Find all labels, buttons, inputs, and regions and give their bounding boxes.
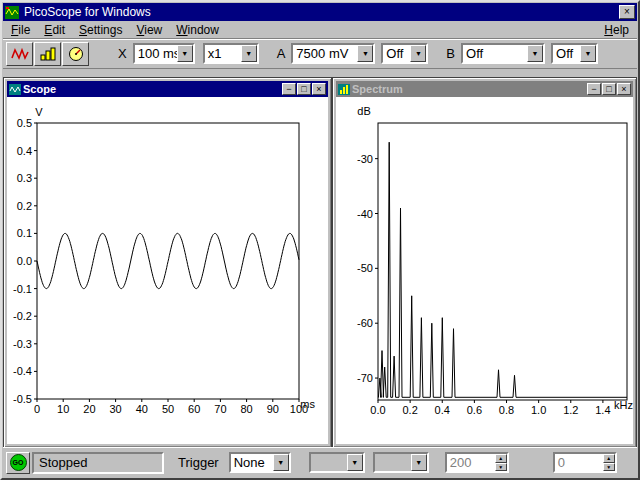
channel-a-mode-select[interactable]: Off ▼	[381, 43, 428, 64]
svg-text:-0.1: -0.1	[13, 283, 32, 295]
dropdown-arrow-icon[interactable]: ▼	[580, 45, 596, 62]
scope-window-icon	[9, 84, 21, 95]
menu-edit[interactable]: Edit	[37, 22, 72, 38]
svg-text:-40: -40	[357, 208, 373, 220]
dropdown-arrow-icon: ▼	[347, 454, 363, 471]
channel-b-range-select[interactable]: Off ▼	[461, 43, 545, 64]
svg-text:0.1: 0.1	[17, 227, 32, 239]
toolbar: X 100 ms ▼ x1 ▼ A 7500 mV ▼ Off ▼ B Off …	[3, 38, 637, 68]
app-icon	[5, 6, 19, 19]
svg-text:1.0: 1.0	[531, 404, 546, 416]
trigger-threshold-field[interactable]: 200 ▲ ▼	[445, 452, 509, 473]
svg-text:-0.4: -0.4	[13, 365, 32, 377]
svg-text:ms: ms	[300, 398, 315, 410]
mdi-area: Scope − □ × 01020304050607080901000.50.4…	[3, 68, 637, 447]
svg-text:-0.2: -0.2	[13, 310, 32, 322]
status-panel: Stopped	[32, 452, 164, 474]
menu-file[interactable]: File	[4, 22, 37, 38]
spectrum-window-titlebar[interactable]: Spectrum − □ ×	[336, 81, 633, 97]
dropdown-arrow-icon[interactable]: ▼	[273, 454, 289, 471]
channel-a-range-value: 7500 mV	[293, 45, 357, 62]
svg-text:0.4: 0.4	[17, 145, 32, 157]
go-indicator: GO	[10, 454, 27, 471]
dropdown-arrow-icon[interactable]: ▼	[527, 45, 543, 62]
trigger-delay-value: 0	[555, 454, 603, 471]
minimize-button[interactable]: −	[282, 83, 296, 95]
menu-view[interactable]: View	[129, 22, 169, 38]
window-title: PicoScope for Windows	[22, 5, 616, 19]
dropdown-arrow-icon[interactable]: ▼	[241, 45, 257, 62]
channel-a-range-select[interactable]: 7500 mV ▼	[291, 43, 375, 64]
menu-settings[interactable]: Settings	[72, 22, 129, 38]
svg-text:0.6: 0.6	[467, 404, 482, 416]
svg-text:-30: -30	[357, 153, 373, 165]
dropdown-arrow-icon[interactable]: ▼	[410, 45, 426, 62]
spectrum-window-controls: − □ ×	[586, 83, 631, 95]
scope-window-title: Scope	[23, 83, 279, 95]
spectrum-view-button[interactable]	[34, 42, 61, 66]
multiplier-select[interactable]: x1 ▼	[203, 43, 259, 64]
svg-text:0.0: 0.0	[17, 255, 32, 267]
app-window: PicoScope for Windows × File Edit Settin…	[0, 0, 640, 480]
svg-text:0.8: 0.8	[499, 404, 514, 416]
go-button[interactable]: GO	[6, 452, 30, 474]
menu-help[interactable]: Help	[597, 22, 636, 38]
channel-b-mode-select[interactable]: Off ▼	[551, 43, 598, 64]
close-button[interactable]: ×	[617, 83, 631, 95]
channel-b-mode-value: Off	[553, 45, 580, 62]
spectrum-plot-area[interactable]: 0.00.20.40.60.81.01.21.4-30-40-50-60-70d…	[336, 97, 633, 444]
trigger-threshold-value: 200	[447, 454, 495, 471]
spectrum-window-title: Spectrum	[352, 83, 584, 95]
svg-text:90: 90	[267, 403, 279, 415]
menu-bar: File Edit Settings View Window Help	[3, 21, 637, 38]
maximize-button[interactable]: □	[602, 83, 616, 95]
meter-view-button[interactable]	[62, 42, 89, 66]
svg-text:60: 60	[188, 403, 200, 415]
dropdown-arrow-icon[interactable]: ▼	[177, 45, 193, 62]
dropdown-arrow-icon[interactable]: ▼	[357, 45, 373, 62]
timebase-select[interactable]: 100 ms ▼	[133, 43, 195, 64]
svg-text:0.3: 0.3	[17, 172, 32, 184]
spinner-up-icon[interactable]: ▲	[603, 454, 615, 463]
trigger-direction-select: ▼	[373, 452, 429, 473]
titlebar[interactable]: PicoScope for Windows ×	[3, 3, 637, 21]
trigger-delay-spinner: ▲ ▼	[603, 454, 615, 471]
spectrum-window-icon	[338, 84, 350, 95]
bars-icon	[39, 47, 57, 61]
svg-text:1.4: 1.4	[595, 404, 610, 416]
svg-text:kHz: kHz	[614, 399, 633, 411]
svg-text:0.0: 0.0	[370, 404, 385, 416]
maximize-button[interactable]: □	[297, 83, 311, 95]
svg-text:-50: -50	[357, 262, 373, 274]
trigger-mode-select[interactable]: None ▼	[229, 452, 291, 473]
scope-plot-area[interactable]: 01020304050607080901000.50.40.30.20.10.0…	[7, 97, 328, 444]
close-button[interactable]: ×	[312, 83, 326, 95]
svg-text:-60: -60	[357, 317, 373, 329]
trigger-delay-field[interactable]: 0 ▲ ▼	[553, 452, 617, 473]
scope-window-controls: − □ ×	[281, 83, 326, 95]
status-bar: GO Stopped Trigger None ▼ ▼ ▼ 200 ▲ ▼ 0 …	[3, 447, 637, 477]
minimize-button[interactable]: −	[587, 83, 601, 95]
scope-view-button[interactable]	[6, 42, 33, 66]
svg-text:70: 70	[214, 403, 226, 415]
trigger-direction-value	[375, 454, 411, 471]
scope-window-titlebar[interactable]: Scope − □ ×	[7, 81, 328, 97]
svg-text:10: 10	[57, 403, 69, 415]
channel-b-range-value: Off	[463, 45, 527, 62]
svg-text:0.2: 0.2	[17, 200, 32, 212]
multiplier-value: x1	[205, 45, 241, 62]
svg-text:-0.5: -0.5	[13, 393, 32, 405]
trigger-label: Trigger	[178, 455, 219, 470]
spinner-up-icon[interactable]: ▲	[495, 454, 507, 463]
x-axis-label: X	[118, 46, 127, 61]
svg-text:0.2: 0.2	[402, 404, 417, 416]
spinner-down-icon[interactable]: ▼	[495, 463, 507, 472]
svg-text:dB: dB	[357, 105, 370, 117]
spectrum-chart: 0.00.20.40.60.81.01.21.4-30-40-50-60-70d…	[336, 97, 633, 444]
dropdown-arrow-icon: ▼	[411, 454, 427, 471]
menu-window[interactable]: Window	[169, 22, 226, 38]
spinner-down-icon[interactable]: ▼	[603, 463, 615, 472]
close-button[interactable]: ×	[619, 5, 635, 19]
svg-text:0: 0	[34, 403, 40, 415]
svg-text:50: 50	[162, 403, 174, 415]
